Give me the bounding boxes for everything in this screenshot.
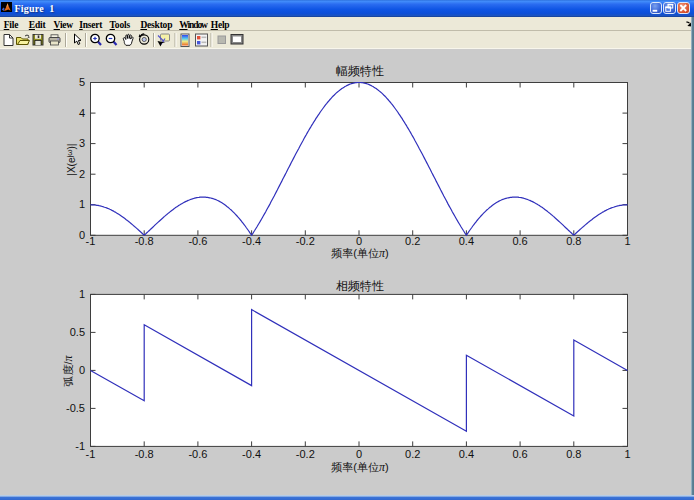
svg-text:频率(单位π): 频率(单位π): [331, 460, 388, 474]
svg-text:-0.6: -0.6: [188, 448, 207, 460]
svg-text:0.4: 0.4: [459, 235, 474, 247]
svg-text:弧度/π: 弧度/π: [61, 354, 75, 386]
svg-text:-0.4: -0.4: [242, 235, 261, 247]
svg-text:0.4: 0.4: [459, 448, 474, 460]
svg-text:-1: -1: [86, 448, 96, 460]
svg-text:0: 0: [356, 235, 362, 247]
svg-text:1: 1: [79, 198, 85, 210]
svg-text:5: 5: [79, 76, 85, 88]
svg-text:0.2: 0.2: [405, 448, 420, 460]
svg-text:4: 4: [79, 107, 85, 119]
svg-text:频率(单位π): 频率(单位π): [331, 246, 388, 260]
svg-text:1: 1: [624, 235, 630, 247]
svg-text:0.6: 0.6: [512, 235, 527, 247]
svg-text:0.6: 0.6: [512, 448, 527, 460]
svg-text:-1: -1: [75, 440, 85, 452]
svg-text:0: 0: [79, 364, 85, 376]
svg-text:-0.2: -0.2: [296, 235, 315, 247]
svg-text:-0.2: -0.2: [296, 448, 315, 460]
svg-text:-0.8: -0.8: [135, 235, 154, 247]
svg-text:0: 0: [79, 229, 85, 241]
svg-text:0.5: 0.5: [70, 326, 85, 338]
svg-text:1: 1: [624, 448, 630, 460]
svg-text:-0.4: -0.4: [242, 448, 261, 460]
svg-text:|X(ejω)|: |X(ejω)|: [65, 144, 77, 176]
svg-text:0: 0: [356, 448, 362, 460]
svg-text:0.8: 0.8: [566, 235, 581, 247]
svg-text:1: 1: [79, 288, 85, 300]
svg-text:幅频特性: 幅频特性: [336, 64, 384, 78]
svg-text:-0.6: -0.6: [188, 235, 207, 247]
svg-text:2: 2: [79, 168, 85, 180]
svg-text:0.8: 0.8: [566, 448, 581, 460]
svg-text:0.2: 0.2: [405, 235, 420, 247]
svg-text:相频特性: 相频特性: [336, 279, 384, 293]
svg-text:-0.5: -0.5: [66, 402, 85, 414]
svg-text:-1: -1: [86, 235, 96, 247]
svg-text:3: 3: [79, 137, 85, 149]
svg-text:-0.8: -0.8: [135, 448, 154, 460]
